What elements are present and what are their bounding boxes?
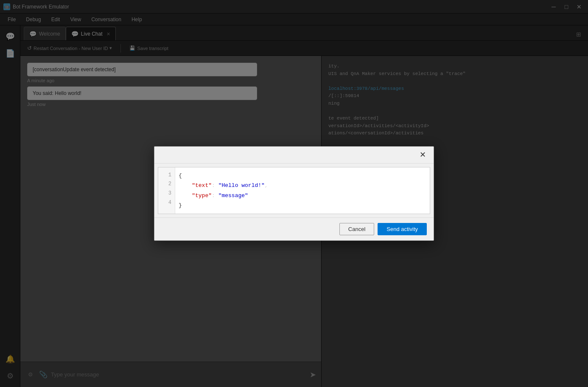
modal-header: ✕	[154, 147, 434, 164]
modal-close-button[interactable]: ✕	[417, 149, 428, 161]
line-number-4: 4	[165, 198, 175, 208]
line-numbers: 1 2 3 4	[158, 167, 175, 214]
code-content[interactable]: { "text": "Hello world!", "type": "messa…	[175, 167, 430, 214]
cancel-button[interactable]: Cancel	[339, 223, 374, 235]
send-activity-modal: ✕ 1 2 3 4 { "text": "Hello world!", "typ…	[154, 146, 434, 241]
line-number-3: 3	[165, 189, 175, 198]
modal-footer: Cancel Send activity	[154, 217, 434, 240]
code-editor[interactable]: 1 2 3 4 { "text": "Hello world!", "type"…	[158, 167, 430, 214]
line-number-1: 1	[165, 171, 175, 180]
modal-overlay: ✕ 1 2 3 4 { "text": "Hello world!", "typ…	[0, 0, 588, 387]
send-activity-button[interactable]: Send activity	[378, 223, 427, 235]
line-number-2: 2	[165, 180, 175, 189]
